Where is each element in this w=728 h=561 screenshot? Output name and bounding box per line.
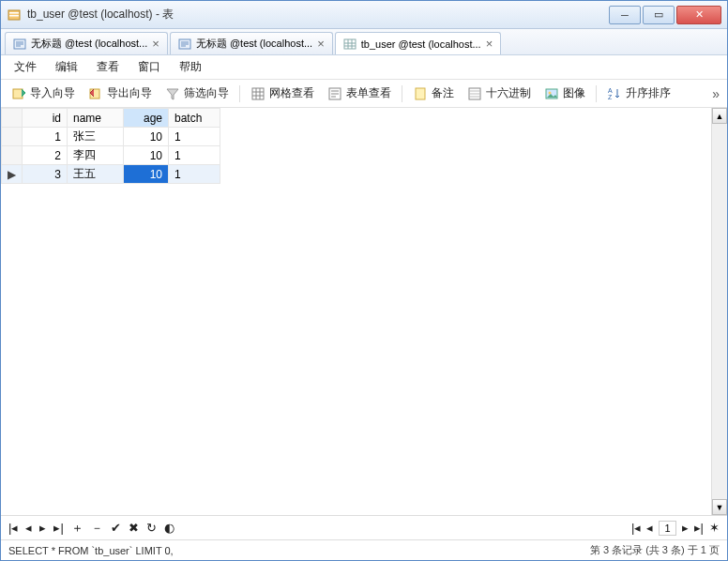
form-view-button[interactable]: 表单查看 [325, 83, 394, 103]
tab-close-icon[interactable]: × [317, 37, 325, 51]
tab-label: 无标题 @test (localhost... [196, 37, 312, 51]
sort-asc-button[interactable]: AZ升序排序 [604, 83, 674, 103]
last-page-icon[interactable]: ▸| [694, 521, 704, 535]
image-icon [544, 86, 559, 101]
toolbar-overflow-icon[interactable]: » [712, 86, 720, 101]
svg-rect-5 [344, 39, 356, 49]
memo-icon [413, 86, 428, 101]
svg-rect-2 [9, 15, 19, 17]
cell-batch[interactable]: 1 [169, 165, 220, 184]
cancel-icon[interactable]: ✖ [129, 521, 139, 535]
scroll-down-icon[interactable]: ▼ [712, 499, 727, 515]
menu-edit[interactable]: 编辑 [55, 59, 78, 75]
col-batch[interactable]: batch [169, 109, 220, 128]
statusbar: SELECT * FROM `tb_user` LIMIT 0, 第 3 条记录… [1, 539, 727, 560]
commit-icon[interactable]: ✔ [111, 521, 121, 535]
prev-page-icon[interactable]: ◂ [646, 521, 653, 535]
last-record-icon[interactable]: ▸| [53, 521, 63, 535]
toolbar: 导入向导 导出向导 筛选向导 网格查看 表单查看 备注 十六进制 图像 AZ升序… [1, 80, 727, 108]
filter-wizard-button[interactable]: 筛选向导 [162, 83, 232, 103]
prev-record-icon[interactable]: ◂ [25, 521, 32, 535]
menu-help[interactable]: 帮助 [179, 59, 202, 75]
menu-file[interactable]: 文件 [14, 59, 37, 75]
refresh-icon[interactable]: ↻ [146, 521, 157, 535]
svg-rect-1 [9, 12, 19, 14]
menubar: 文件 编辑 查看 窗口 帮助 [1, 55, 727, 80]
table-row[interactable]: 2李四101 [2, 146, 220, 165]
import-wizard-button[interactable]: 导入向导 [8, 83, 78, 103]
app-icon [7, 8, 22, 23]
query-icon [178, 38, 191, 51]
maximize-button[interactable]: ▭ [643, 6, 675, 24]
tab-close-icon[interactable]: × [486, 37, 493, 51]
col-name[interactable]: name [68, 109, 124, 128]
table-row[interactable]: ▶3王五101 [2, 165, 220, 184]
col-id[interactable]: id [23, 109, 68, 128]
settings-icon[interactable]: ✶ [709, 521, 720, 535]
titlebar: tb_user @test (localhost) - 表 ─ ▭ ✕ [1, 1, 727, 29]
menu-view[interactable]: 查看 [97, 59, 119, 75]
cell-name[interactable]: 李四 [68, 146, 124, 165]
table-row[interactable]: 1张三101 [2, 128, 220, 146]
hex-button[interactable]: 十六进制 [464, 83, 534, 103]
separator [596, 85, 597, 102]
window-title: tb_user @test (localhost) - 表 [27, 7, 609, 23]
row-gutter [2, 146, 23, 165]
grid-view-button[interactable]: 网格查看 [248, 83, 317, 103]
export-wizard-button[interactable]: 导出向导 [85, 83, 155, 103]
table-icon [343, 38, 356, 51]
add-record-icon[interactable]: ＋ [71, 520, 83, 537]
cell-age[interactable]: 10 [124, 128, 169, 146]
query-icon [13, 38, 26, 51]
next-record-icon[interactable]: ▸ [39, 521, 46, 535]
cell-age[interactable]: 10 [124, 165, 169, 184]
content-area: id name age batch 1张三1012李四101▶3王五101 ▲ … [1, 108, 727, 515]
tab-untitled-1[interactable]: 无标题 @test (localhost... × [5, 32, 168, 54]
close-button[interactable]: ✕ [676, 6, 721, 24]
memo-button[interactable]: 备注 [410, 83, 457, 103]
svg-text:A: A [608, 87, 613, 94]
app-window: tb_user @test (localhost) - 表 ─ ▭ ✕ 无标题 … [0, 0, 728, 561]
cell-batch[interactable]: 1 [169, 128, 220, 146]
grid-icon [250, 86, 265, 101]
cell-id[interactable]: 1 [23, 128, 68, 146]
vertical-scrollbar[interactable]: ▲ ▼ [711, 108, 727, 515]
image-button[interactable]: 图像 [541, 83, 588, 103]
scroll-up-icon[interactable]: ▲ [712, 108, 727, 124]
cell-name[interactable]: 张三 [68, 128, 124, 146]
stop-icon[interactable]: ◐ [164, 521, 174, 535]
first-page-icon[interactable]: |◂ [631, 521, 641, 535]
cell-age[interactable]: 10 [124, 146, 169, 165]
tab-label: 无标题 @test (localhost... [31, 37, 147, 51]
row-gutter: ▶ [2, 165, 23, 184]
cell-batch[interactable]: 1 [169, 146, 220, 165]
tab-tbuser[interactable]: tb_user @test (localhost... × [335, 32, 502, 54]
tab-untitled-2[interactable]: 无标题 @test (localhost... × [170, 32, 333, 54]
tab-label: tb_user @test (localhost... [361, 38, 481, 50]
first-record-icon[interactable]: |◂ [8, 521, 18, 535]
hex-icon [467, 86, 482, 101]
delete-record-icon[interactable]: － [91, 520, 103, 537]
minimize-button[interactable]: ─ [609, 6, 641, 24]
cell-id[interactable]: 2 [23, 146, 68, 165]
form-icon [327, 86, 342, 101]
row-gutter [2, 128, 23, 146]
data-grid[interactable]: id name age batch 1张三1012李四101▶3王五101 [1, 108, 711, 515]
menu-window[interactable]: 窗口 [138, 59, 160, 75]
svg-rect-10 [416, 88, 425, 99]
svg-text:Z: Z [608, 94, 613, 100]
svg-rect-8 [252, 88, 264, 99]
separator [239, 85, 240, 102]
cell-id[interactable]: 3 [23, 165, 68, 184]
cell-name[interactable]: 王五 [68, 165, 124, 184]
col-age[interactable]: age [124, 109, 169, 128]
import-icon [11, 86, 26, 101]
filter-icon [165, 86, 180, 101]
record-navbar: |◂ ◂ ▸ ▸| ＋ － ✔ ✖ ↻ ◐ |◂ ◂ 1 ▸ ▸| ✶ [1, 515, 727, 539]
next-page-icon[interactable]: ▸ [682, 521, 689, 535]
tab-close-icon[interactable]: × [152, 37, 159, 51]
export-icon [88, 86, 103, 101]
page-number[interactable]: 1 [659, 521, 675, 536]
svg-rect-6 [13, 89, 23, 99]
separator [402, 85, 402, 102]
